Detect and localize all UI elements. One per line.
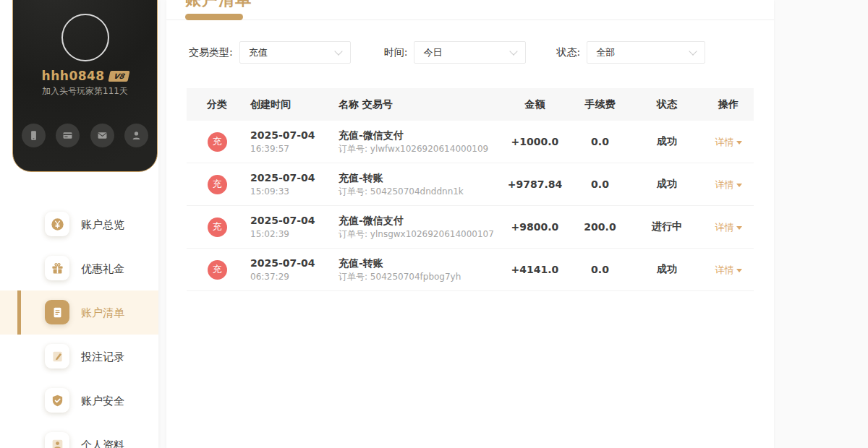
time-range-select[interactable]: 今日 xyxy=(414,41,526,64)
amount: +9800.0 xyxy=(501,221,569,233)
created-time: 06:37:29 xyxy=(250,272,336,283)
order-number: 订单号: ylnsgwx1026920614000107 xyxy=(339,229,501,240)
sidebar: hhh0848V8 加入头号玩家第111天 账户总览 优惠礼金 账户清单 投注记… xyxy=(0,0,158,448)
sidebar-item-personal-profile[interactable]: 个人资料 xyxy=(0,423,158,448)
filter-group: 交易类型: 充值 xyxy=(189,41,351,64)
contacts-button[interactable] xyxy=(124,124,148,147)
bank-card-icon xyxy=(61,129,74,142)
sidebar-item-label: 账户总览 xyxy=(81,217,124,231)
person-icon xyxy=(45,432,69,448)
filter-label: 状态: xyxy=(556,46,580,59)
sidebar-item-account-security[interactable]: 账户安全 xyxy=(0,379,158,423)
transaction-type-select[interactable]: 充值 xyxy=(239,41,351,64)
category-badge: 充 xyxy=(208,260,227,280)
created-date: 2025-07-04 xyxy=(250,172,336,184)
mobile-button[interactable] xyxy=(22,124,46,147)
created-date: 2025-07-04 xyxy=(250,215,336,227)
category-badge: 充 xyxy=(208,175,227,194)
category-badge: 充 xyxy=(208,132,227,152)
order-number: 订单号: 504250704dnddnn1k xyxy=(339,186,501,197)
status-select[interactable]: 全部 xyxy=(587,41,705,64)
detail-link[interactable]: 详情 xyxy=(715,264,742,277)
status: 成功 xyxy=(631,263,703,276)
member-days-text: 加入头号玩家第111天 xyxy=(13,85,157,98)
vip-level-badge: V8 xyxy=(108,71,129,82)
document-icon xyxy=(45,300,69,324)
created-time: 15:09:33 xyxy=(250,186,336,197)
filter-label: 时间: xyxy=(384,46,408,59)
column-header: 创建时间 xyxy=(247,98,336,111)
amount: +1000.0 xyxy=(501,136,569,147)
sidebar-item-label: 优惠礼金 xyxy=(81,262,124,275)
created-date: 2025-07-04 xyxy=(250,257,336,270)
created-time: 16:39:57 xyxy=(250,144,336,155)
sidebar-item-account-overview[interactable]: 账户总览 xyxy=(0,202,158,246)
chevron-down-icon xyxy=(334,47,342,55)
chevron-down-icon xyxy=(689,47,697,55)
avatar xyxy=(61,14,109,61)
category-badge: 充 xyxy=(208,217,227,237)
main-panel: 账户清单 交易类型: 充值 时间: 今日 状态: 全部 分类创建时间名称 交易号… xyxy=(166,0,774,448)
amount: +9787.84 xyxy=(501,178,569,190)
created-time: 15:02:39 xyxy=(250,229,336,240)
column-header: 名称 交易号 xyxy=(336,98,501,111)
caret-down-icon xyxy=(736,184,742,187)
detail-link[interactable]: 详情 xyxy=(715,178,742,191)
contacts-icon xyxy=(130,129,142,142)
sidebar-item-label: 投注记录 xyxy=(81,350,124,363)
gift-icon xyxy=(45,256,69,280)
transaction-name: 充值-微信支付 xyxy=(339,215,501,227)
sidebar-item-label: 账户安全 xyxy=(81,394,124,408)
status: 成功 xyxy=(631,178,703,191)
sidebar-nav: 账户总览 优惠礼金 账户清单 投注记录 账户安全 个人资料 xyxy=(0,202,158,448)
filter-label: 交易类型: xyxy=(189,46,233,59)
sidebar-item-label: 个人资料 xyxy=(81,438,124,448)
detail-link[interactable]: 详情 xyxy=(715,136,742,149)
fee: 0.0 xyxy=(569,136,631,147)
order-number: 订单号: ylwfwx1026920614000109 xyxy=(339,144,501,155)
fee: 0.0 xyxy=(569,178,631,190)
created-date: 2025-07-04 xyxy=(250,129,336,142)
selected-value: 今日 xyxy=(423,46,503,59)
column-header: 分类 xyxy=(187,98,247,111)
table-body: 充 2025-07-04 16:39:57 充值-微信支付 订单号: ylwfw… xyxy=(187,121,754,291)
transaction-name: 充值-微信支付 xyxy=(339,129,501,142)
table-row: 充 2025-07-04 06:37:29 充值-转账 订单号: 5042507… xyxy=(187,249,754,291)
sidebar-item-promo-gift[interactable]: 优惠礼金 xyxy=(0,246,158,290)
profile-card: hhh0848V8 加入头号玩家第111天 xyxy=(12,0,158,172)
amount: +4141.0 xyxy=(501,264,569,275)
detail-link[interactable]: 详情 xyxy=(715,221,742,234)
column-header: 金额 xyxy=(501,98,569,111)
filter-bar: 交易类型: 充值 时间: 今日 状态: 全部 xyxy=(189,41,705,64)
title-underline xyxy=(185,14,243,20)
mail-button[interactable] xyxy=(90,124,114,147)
mail-icon xyxy=(96,129,109,142)
table-row: 充 2025-07-04 15:02:39 充值-微信支付 订单号: ylnsg… xyxy=(187,206,754,249)
table-header: 分类创建时间名称 交易号金额手续费状态操作 xyxy=(187,88,754,121)
mobile-icon xyxy=(27,129,40,142)
status: 成功 xyxy=(631,135,703,148)
page-title: 账户清单 xyxy=(185,0,252,11)
quick-actions xyxy=(13,124,157,147)
header-divider xyxy=(166,20,774,20)
order-number: 订单号: 504250704fpbog7yh xyxy=(339,272,501,283)
filter-group: 状态: 全部 xyxy=(556,41,705,64)
bank-card-button[interactable] xyxy=(56,124,80,147)
sidebar-item-account-statement[interactable]: 账户清单 xyxy=(0,290,158,335)
page: hhh0848V8 加入头号玩家第111天 账户总览 优惠礼金 账户清单 投注记… xyxy=(0,0,868,448)
shield-check-icon xyxy=(45,388,69,413)
column-header: 状态 xyxy=(631,98,703,111)
sidebar-item-bet-records[interactable]: 投注记录 xyxy=(0,335,158,379)
fee: 0.0 xyxy=(569,264,631,275)
caret-down-icon xyxy=(736,141,742,145)
transaction-name: 充值-转账 xyxy=(339,257,501,270)
chevron-down-icon xyxy=(510,47,518,55)
selected-value: 全部 xyxy=(596,46,683,59)
transactions-table: 分类创建时间名称 交易号金额手续费状态操作 充 2025-07-04 16:39… xyxy=(187,88,754,291)
transaction-name: 充值-转账 xyxy=(339,172,501,184)
pencil-note-icon xyxy=(45,344,69,369)
table-row: 充 2025-07-04 15:09:33 充值-转账 订单号: 5042507… xyxy=(187,163,754,206)
sidebar-item-label: 账户清单 xyxy=(81,306,124,319)
status: 进行中 xyxy=(631,220,703,233)
filter-group: 时间: 今日 xyxy=(384,41,527,64)
